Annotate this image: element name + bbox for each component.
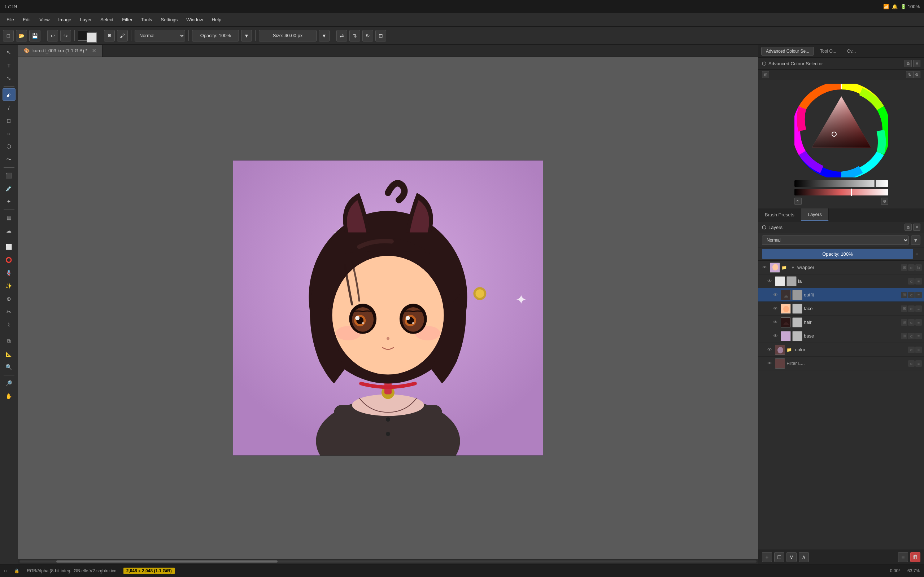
text-tool[interactable]: T <box>3 59 16 71</box>
select-magic-tool[interactable]: ✨ <box>3 280 16 292</box>
layer-base-action-3[interactable]: ≡ <box>915 333 922 339</box>
move-up-btn[interactable]: ∧ <box>799 552 809 562</box>
opacity-display[interactable]: Opacity: 100% <box>192 30 239 42</box>
menu-layer[interactable]: Layer <box>76 16 95 24</box>
rect-tool[interactable]: □ <box>3 114 16 127</box>
mirror-h-button[interactable]: ⇄ <box>336 30 347 42</box>
color-settings-button[interactable]: ⊞ <box>104 30 115 42</box>
layer-outfit-action-2[interactable]: α <box>908 292 914 298</box>
brush-tool[interactable]: 🖌 <box>3 89 16 101</box>
colour-panel-detach-btn[interactable]: ⧉ <box>905 60 912 67</box>
background-color-swatch[interactable] <box>87 32 97 43</box>
brush-icon-button[interactable]: 🖌 <box>117 30 128 42</box>
layer-hair-action-3[interactable]: ≡ <box>915 319 922 326</box>
layer-vis-filter[interactable]: 👁 <box>766 359 774 367</box>
canvas-tab-close[interactable]: ✕ <box>92 47 96 54</box>
select-lasso-tool[interactable]: 🪢 <box>3 267 16 279</box>
open-button[interactable]: 📂 <box>16 30 27 42</box>
layer-outfit-action-3[interactable]: ≡ <box>915 292 922 298</box>
layer-action-3[interactable]: fx <box>915 264 922 271</box>
measure-tool[interactable]: 📐 <box>3 348 16 360</box>
smart-patch-tool[interactable]: ✦ <box>3 195 16 208</box>
move-down-btn[interactable]: ∨ <box>787 552 796 562</box>
menu-view[interactable]: View <box>36 16 53 24</box>
menu-file[interactable]: File <box>3 16 18 24</box>
layers-filter-btn[interactable]: ▼ <box>911 235 921 245</box>
reference-tool[interactable]: 🔍 <box>3 361 16 373</box>
layer-action-2[interactable]: α <box>908 264 914 271</box>
layer-action-1[interactable]: ⊞ <box>901 264 908 271</box>
transform-tool[interactable]: ↖ <box>3 46 16 58</box>
colour-toolbar-refresh-btn[interactable]: ↻ <box>906 71 913 78</box>
menu-window[interactable]: Window <box>183 16 207 24</box>
layer-hair-action-2[interactable]: α <box>908 319 914 326</box>
layer-outfit-action-1[interactable]: ⊞ <box>901 292 908 298</box>
colour-settings2-btn[interactable]: ⚙ <box>881 198 888 205</box>
gradient-bar-color[interactable] <box>795 189 888 195</box>
tab-overview[interactable]: Ov... <box>842 47 861 56</box>
colour-wheel-svg[interactable] <box>795 84 888 177</box>
blend-mode-select[interactable]: Normal <box>135 30 185 42</box>
layers-opacity-display[interactable]: Opacity: 100% <box>762 249 913 259</box>
layer-face-action-2[interactable]: α <box>908 305 914 312</box>
canvas-hscroll[interactable] <box>18 559 758 564</box>
layer-face-action-1[interactable]: ⊞ <box>901 305 908 312</box>
menu-select[interactable]: Select <box>97 16 117 24</box>
canvas-tab[interactable]: 🎨 kuro-tt_003.kra (1.1 GiB) * ✕ <box>18 45 102 56</box>
menu-edit[interactable]: Edit <box>19 16 34 24</box>
line-tool[interactable]: / <box>3 102 16 114</box>
zoom-tool[interactable]: 🔎 <box>3 377 16 390</box>
layers-panel-close-btn[interactable]: ✕ <box>913 224 921 231</box>
select-ellipse-tool[interactable]: ⭕ <box>3 254 16 266</box>
layer-row-outfit[interactable]: 👁 outfit ⊞ α ≡ <box>758 288 924 302</box>
ellipse-tool[interactable]: ○ <box>3 127 16 140</box>
layer-hair-action-1[interactable]: ⊞ <box>901 319 908 326</box>
select-cont-tool[interactable]: ⊕ <box>3 293 16 305</box>
freehand-tool[interactable]: 〜 <box>3 153 16 166</box>
save-button[interactable]: 💾 <box>29 30 40 42</box>
delete-layer-btn[interactable]: 🗑 <box>910 552 921 562</box>
eyedropper-tool[interactable]: 💉 <box>3 182 16 195</box>
layer-expand-wrapper[interactable]: ▼ <box>790 265 796 271</box>
layer-row-la[interactable]: 👁 la α ≡ <box>758 274 924 288</box>
layer-row-color[interactable]: 👁 📁 color α ≡ <box>758 343 924 357</box>
freehand-sel-tool[interactable]: ⌇ <box>3 319 16 331</box>
menu-settings[interactable]: Settings <box>157 16 181 24</box>
layer-row-hair[interactable]: 👁 hair ⊞ α ≡ <box>758 316 924 329</box>
hscroll-track[interactable] <box>19 561 756 562</box>
add-layer-btn[interactable]: + <box>762 552 772 562</box>
menu-filter[interactable]: Filter <box>118 16 136 24</box>
size-arrow-button[interactable]: ▼ <box>319 30 330 42</box>
gradient-bar-thumb[interactable] <box>874 180 876 187</box>
layer-color-action-2[interactable]: ≡ <box>915 347 922 353</box>
layer-la-action-2[interactable]: ≡ <box>915 278 922 285</box>
pan-tool[interactable]: ✋ <box>3 390 16 403</box>
gradient-bar-value[interactable] <box>795 180 888 187</box>
layer-face-action-3[interactable]: ≡ <box>915 305 922 312</box>
new-doc-button[interactable]: □ <box>3 30 14 42</box>
rotate-button[interactable]: ↻ <box>362 30 373 42</box>
layer-vis-wrapper[interactable]: 👁 <box>761 264 769 272</box>
hscroll-thumb[interactable] <box>56 561 278 562</box>
layer-vis-outfit[interactable]: 👁 <box>771 291 779 299</box>
undo-button[interactable]: ↩ <box>47 30 58 42</box>
menu-help[interactable]: Help <box>208 16 225 24</box>
layers-panel-detach-btn[interactable]: ⧉ <box>905 224 912 231</box>
fill-tool[interactable]: ⬛ <box>3 169 16 182</box>
layer-row-face[interactable]: 👁 face ⊞ α ≡ <box>758 302 924 316</box>
layers-tab[interactable]: Layers <box>801 208 829 221</box>
reset-button[interactable]: ⊡ <box>375 30 386 42</box>
layer-color-action-1[interactable]: α <box>908 347 914 353</box>
gradient-tool[interactable]: ▤ <box>3 212 16 224</box>
tab-tool-options[interactable]: Tool O... <box>815 47 841 56</box>
layer-filter-action-2[interactable]: ≡ <box>915 360 922 367</box>
layer-base-action-2[interactable]: α <box>908 333 914 339</box>
gradient-bar-color-thumb[interactable] <box>851 188 852 196</box>
layer-menu-btn[interactable]: ≡ <box>898 552 908 562</box>
layer-la-action-1[interactable]: α <box>908 278 914 285</box>
brush-presets-tab[interactable]: Brush Presets <box>758 208 801 221</box>
canvas-viewport[interactable]: ✦ ✦ ✦ <box>18 57 758 559</box>
layer-vis-hair[interactable]: 👁 <box>771 318 779 326</box>
select-rect-tool[interactable]: ⬜ <box>3 241 16 253</box>
add-group-btn[interactable]: □ <box>774 552 784 562</box>
